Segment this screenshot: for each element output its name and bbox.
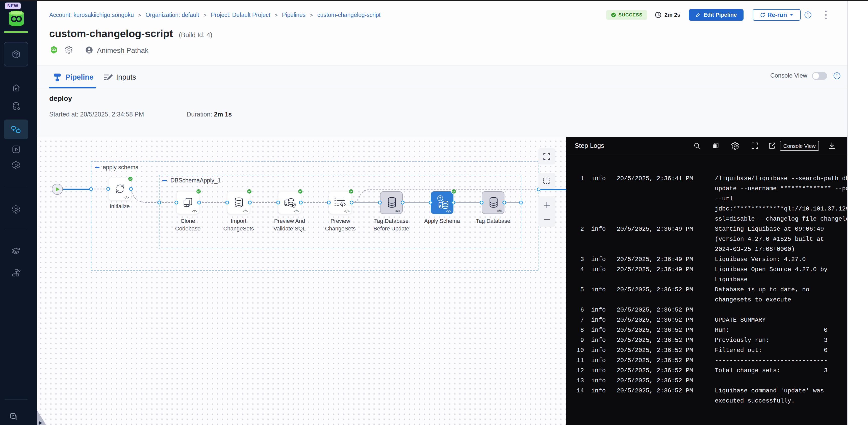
svg-text:?: ? xyxy=(12,414,14,418)
